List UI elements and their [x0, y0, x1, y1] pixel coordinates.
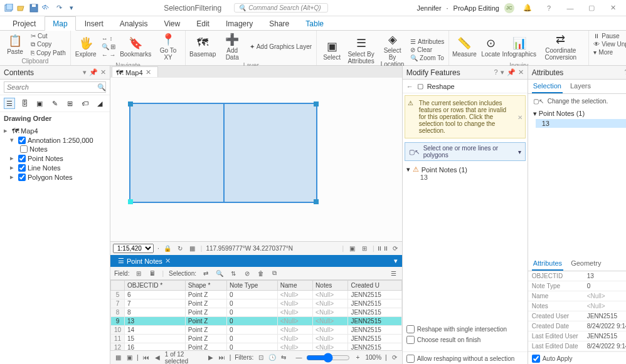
attribute-row[interactable]: Last Edited UserJENN2515 — [528, 331, 626, 341]
reshape-intersection-checkbox[interactable] — [406, 325, 415, 333]
vertex-handle[interactable] — [128, 199, 133, 204]
attribute-table[interactable]: OBJECTID *Shape *Note TypeNameNotesCreat… — [110, 280, 402, 350]
copy-path-button[interactable]: ⎘ Copy Path — [29, 49, 68, 57]
selected-feature-id[interactable]: 13 — [536, 119, 626, 128]
ribbon-tab-project[interactable]: Project — [5, 17, 43, 30]
list-editing-icon[interactable]: ✎ — [49, 98, 60, 109]
attribute-row[interactable]: Created Date8/24/2022 9:14:23 PM — [528, 321, 626, 331]
allow-no-selection-checkbox[interactable] — [406, 355, 415, 363]
next-record-icon[interactable]: ▶ — [207, 353, 215, 362]
attribute-grid[interactable]: OBJECTID13Note Type0Name<Null>Notes<Null… — [528, 271, 626, 351]
tree-map-node[interactable]: ▸🗺 Map4 — [3, 126, 107, 135]
table-menu-icon[interactable]: ▾ — [393, 257, 402, 266]
clear-selection-button[interactable]: ⊘ Clear — [408, 46, 446, 54]
map-canvas[interactable] — [110, 78, 402, 241]
table-column-header[interactable] — [111, 281, 125, 291]
table-column-header[interactable]: Notes — [313, 281, 348, 291]
auto-apply-checkbox[interactable] — [532, 355, 540, 363]
save-icon[interactable] — [29, 3, 39, 13]
snapping-status-icon[interactable]: ⊞ — [360, 244, 369, 253]
attribute-row[interactable]: Note Type0 — [528, 281, 626, 291]
bookmarks-button[interactable]: 🔖Bookmarks — [119, 34, 152, 59]
prev-record-icon[interactable]: ◀ — [154, 353, 161, 362]
rotation-icon[interactable]: ↻ — [176, 244, 184, 253]
close-modify[interactable]: ✕ — [518, 68, 524, 76]
show-selected-icon[interactable]: ▣ — [125, 353, 133, 362]
ribbon-tab-table[interactable]: Table — [298, 17, 331, 30]
command-search[interactable]: 🔍 Command Search (Alt+Q) — [234, 3, 328, 13]
attribute-row[interactable]: Created UserJENN2515 — [528, 311, 626, 321]
map-view-tab[interactable]: 🗺 Map4 ✕ — [112, 66, 158, 77]
close-contents[interactable]: ✕ — [100, 68, 106, 76]
lower-tab-geometry[interactable]: Geometry — [570, 257, 602, 271]
nav-arrows[interactable]: ↔ ↕ — [100, 34, 118, 43]
view-unplaced[interactable]: 👁 View Unplaced — [592, 40, 626, 48]
ribbon-tab-edit[interactable]: Edit — [189, 17, 217, 30]
select-related-icon[interactable]: ⇄ — [201, 269, 210, 278]
table-row[interactable]: 1216Point Z0<Null><Null>JENN2515 — [111, 343, 402, 351]
user-avatar[interactable]: JC — [504, 3, 514, 13]
infographics-button[interactable]: 📊Infographics — [504, 34, 534, 59]
pause-drawing-icon[interactable]: ⏸⏸ — [378, 244, 387, 253]
tree-layer-polygon-notes[interactable]: ▸ Polygon Notes — [3, 172, 107, 182]
redo-icon[interactable]: ↷ — [54, 3, 64, 13]
vertex-handle[interactable] — [314, 199, 319, 204]
view-icon[interactable]: ▦ — [188, 244, 197, 253]
table-row[interactable]: 913Point Z0<Null><Null>JENN2515 — [111, 317, 402, 326]
select-by-location-button[interactable]: ◈Select By Location — [378, 31, 407, 69]
undo-icon[interactable] — [41, 3, 51, 13]
selected-polygon[interactable] — [129, 103, 317, 203]
attributes-button[interactable]: ☰ Attributes — [408, 38, 446, 46]
zoom-to-selection-icon[interactable]: 🔍 — [215, 269, 224, 278]
attributes-tab-layers[interactable]: Layers — [569, 80, 592, 93]
feature-layer-group[interactable]: ▾ ⚠ Point Notes (1) — [406, 165, 524, 174]
cut-button[interactable]: ✂ Cut — [29, 32, 68, 40]
table-options-icon[interactable]: ☰ — [390, 269, 398, 278]
ribbon-tab-view[interactable]: View — [156, 17, 188, 30]
help-icon[interactable]: ? — [541, 2, 557, 14]
close-map-tab[interactable]: ✕ — [146, 68, 151, 76]
switch-selection-icon[interactable]: ⇅ — [229, 269, 238, 278]
maximize-button[interactable]: ▢ — [583, 2, 600, 14]
table-column-header[interactable]: Created U — [348, 281, 401, 291]
delete-selection-icon[interactable]: 🗑 — [257, 269, 265, 278]
add-graphics-layer[interactable]: ✦ Add Graphics Layer — [248, 43, 314, 51]
list-snapping-icon[interactable]: ⊞ — [64, 98, 75, 109]
feature-item[interactable]: 13 — [406, 174, 524, 181]
attribute-row[interactable]: Notes<Null> — [528, 301, 626, 311]
ribbon-tab-map[interactable]: Map — [45, 16, 75, 31]
table-row[interactable]: 77Point Z0<Null><Null>JENN2515 — [111, 299, 402, 308]
filter-range-icon[interactable]: ⇆ — [280, 353, 287, 362]
basemap-button[interactable]: 🗺Basemap — [188, 34, 216, 59]
table-row[interactable]: 56Point Z0<Null><Null>JENN2515 — [111, 291, 402, 299]
ribbon-tab-analysis[interactable]: Analysis — [112, 17, 156, 30]
refresh-table-icon[interactable]: ⟳ — [391, 353, 398, 362]
zoom-to-button[interactable]: 🔍 Zoom To — [408, 54, 446, 62]
list-labeling-icon[interactable]: 🏷 — [79, 98, 90, 109]
vertex-handle[interactable] — [314, 101, 319, 107]
zoom-in-icon[interactable]: + — [354, 353, 361, 362]
ribbon-tab-share[interactable]: Share — [262, 17, 297, 30]
selection-layer[interactable]: ▾ Point Notes (1) — [528, 108, 626, 119]
lower-tab-attributes[interactable]: Attributes — [532, 257, 563, 271]
nav-prev[interactable]: ← → — [100, 51, 118, 59]
new-project-icon[interactable] — [4, 3, 14, 13]
first-record-icon[interactable]: ⏮ — [142, 353, 150, 362]
list-perspective-icon[interactable]: ◢ — [94, 98, 105, 109]
explore-button[interactable]: 🖐Explore — [73, 34, 98, 59]
go-to-xy-button[interactable]: 📍Go To XY — [154, 31, 183, 62]
attributes-tab-selection[interactable]: Selection — [532, 80, 563, 93]
contents-search-input[interactable] — [4, 81, 106, 93]
select-button[interactable]: ▣Select — [319, 38, 344, 62]
contents-dropdown[interactable]: ▾ — [83, 68, 87, 76]
filter-extent-icon[interactable]: ⊡ — [257, 353, 265, 362]
close-table-tab[interactable]: ✕ — [165, 257, 171, 265]
attribute-row[interactable]: Name<Null> — [528, 291, 626, 301]
copy-button[interactable]: ⧉ Copy — [29, 40, 68, 49]
tree-layer-annotation[interactable]: ▾ Annotation 1:250,000 — [3, 135, 107, 145]
change-selection-icon[interactable]: ▢↖ — [533, 98, 544, 105]
pause-labeling[interactable]: ⏸ Pause — [592, 32, 626, 40]
table-row[interactable]: 1115Point Z0<Null><Null>JENN2515 — [111, 335, 402, 343]
table-column-header[interactable]: Note Type — [226, 281, 277, 291]
table-row[interactable]: 1014Point Z0<Null><Null>JENN2515 — [111, 326, 402, 335]
